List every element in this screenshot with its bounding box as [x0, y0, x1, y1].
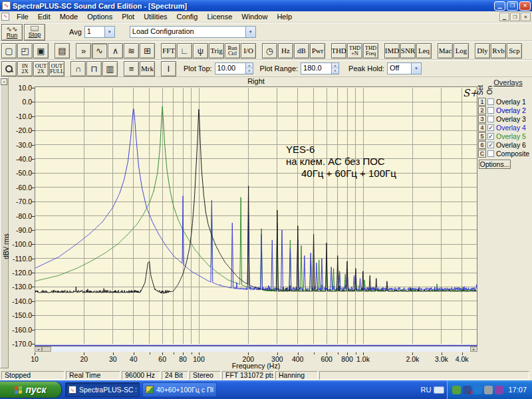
hz-units-button[interactable]: Hz	[278, 43, 293, 59]
delay-button[interactable]: Dly	[475, 43, 490, 59]
overlay-set-5-button[interactable]: 5	[478, 132, 486, 140]
marker-button[interactable]: Mrk	[140, 61, 155, 76]
menu-mode[interactable]: Mode	[55, 12, 83, 21]
leq-button[interactable]: Leq	[416, 43, 432, 59]
mdi-restore-button[interactable]: ❐	[510, 13, 520, 21]
tray-icon-antivirus[interactable]	[495, 386, 503, 394]
app-icon[interactable]: ∿	[2, 1, 11, 10]
avg-dropdown-icon[interactable]: ▼	[104, 27, 114, 37]
overlay-c-checkbox[interactable]	[487, 150, 494, 157]
overlay-set-1-button[interactable]: 1	[478, 98, 486, 106]
snr-button[interactable]: SNR	[400, 43, 416, 59]
run-control-button[interactable]: Run Ctrl	[225, 43, 240, 59]
close-button[interactable]: ✕	[519, 1, 531, 11]
plot-range-input[interactable]: 180.0 ▲ ▼	[301, 63, 339, 74]
spectrum-view-button[interactable]: ∿	[92, 43, 107, 59]
start-button[interactable]: пуск	[0, 382, 61, 398]
power-units-button[interactable]: Pwr	[310, 43, 325, 59]
load-config-dropdown-icon[interactable]: ▼	[245, 27, 255, 37]
fft-settings-button[interactable]: FFT	[161, 43, 176, 59]
overlay-2-checkbox[interactable]	[487, 107, 494, 114]
spectrogram-view-button[interactable]: ⊞	[140, 43, 155, 59]
bar-plot-button[interactable]: ▥	[102, 61, 118, 76]
language-indicator[interactable]: RU	[421, 386, 432, 394]
restore-button[interactable]: ❐	[507, 1, 518, 11]
menu-options[interactable]: Options	[82, 12, 117, 21]
menu-edit[interactable]: Edit	[33, 12, 55, 21]
scroll-left-icon[interactable]: ◂	[35, 346, 42, 352]
mdi-close-button[interactable]: ✕	[521, 13, 531, 21]
zoom-out-2x-button[interactable]: OUT 2X	[33, 61, 49, 76]
zoom-in-2x-button[interactable]: IN 2X	[17, 61, 33, 76]
menu-window[interactable]: Window	[237, 12, 272, 21]
menu-file[interactable]: File	[12, 12, 33, 21]
overlay-4-checkbox[interactable]: ✓	[487, 124, 494, 131]
db-units-button[interactable]: dB	[294, 43, 309, 59]
spectrum-window-icon[interactable]: ∿	[1, 13, 9, 21]
reverb-button[interactable]: Rvb	[491, 43, 506, 59]
imd-button[interactable]: IMD	[384, 43, 400, 59]
trigger-button[interactable]: Trig	[209, 43, 224, 59]
plot-range-spin-up-icon[interactable]: ▲	[332, 63, 338, 68]
taskbar-task-2[interactable]: 40+60+100Гц с ПОС...	[142, 382, 217, 397]
scrollbar-track[interactable]	[51, 346, 470, 352]
phase-view-button[interactable]: ∧	[108, 43, 123, 59]
overlay-set-4-button[interactable]: 4	[478, 124, 486, 132]
plot-collapse-button[interactable]: ▪	[1, 78, 7, 85]
menu-utilities[interactable]: Utilities	[139, 12, 172, 21]
overlay-set-c-button[interactable]: C	[478, 150, 486, 158]
plot-top-input[interactable]: 10.00 ▲ ▼	[215, 63, 253, 74]
surface-view-button[interactable]: ≋	[124, 43, 139, 59]
overlays-options-button[interactable]: Options...	[479, 160, 511, 169]
overlay-set-6-button[interactable]: 6	[478, 141, 486, 149]
macro-button[interactable]: Mac	[438, 43, 453, 59]
plot-range-spin-down-icon[interactable]: ▼	[332, 68, 338, 74]
menu-plot[interactable]: Plot	[117, 12, 139, 21]
overlay-6-checkbox[interactable]: ✓	[487, 142, 494, 148]
open-file-button[interactable]: ◰	[17, 43, 33, 59]
input-device-button[interactable]: ψ	[193, 43, 208, 59]
plot-top-spin-up-icon[interactable]: ▲	[246, 63, 253, 68]
save-file-button[interactable]: ▣	[33, 43, 49, 59]
load-configuration-select[interactable]: Load Configuration ▼	[130, 26, 256, 38]
spectrum-plot[interactable]: YES-6 на клем. АС без ПОС 40Гц + 60Гц + …	[35, 86, 477, 346]
mdi-minimize-button[interactable]: ▁	[499, 13, 509, 21]
run-button[interactable]: ∿∿ Run	[1, 24, 23, 41]
tray-icon-browser[interactable]	[473, 386, 482, 394]
peak-hold-dropdown-icon[interactable]: ▼	[411, 63, 421, 74]
scroll-right-icon[interactable]: ▸	[470, 346, 477, 352]
line-plot-button[interactable]: ∩	[70, 61, 86, 76]
overlay-3-checkbox[interactable]	[487, 116, 494, 122]
scope-button[interactable]: Scp	[507, 43, 522, 59]
keyboard-icon[interactable]	[434, 386, 444, 394]
overlay-set-3-button[interactable]: 3	[478, 115, 486, 123]
overlay-5-checkbox[interactable]: ✓	[487, 133, 494, 140]
tray-icon-green-utility[interactable]	[452, 386, 461, 394]
new-file-button[interactable]: ▢	[1, 43, 17, 59]
time-series-button[interactable]: »	[76, 43, 91, 59]
overlay-set-2-button[interactable]: 2	[478, 106, 486, 114]
timer-button[interactable]: ◷	[262, 43, 277, 59]
print-button[interactable]: ▤	[55, 43, 70, 59]
zoom-button[interactable]	[1, 61, 17, 76]
peak-hold-select[interactable]: Off ▼	[387, 63, 422, 74]
stepped-plot-button[interactable]: ⊓	[86, 61, 102, 76]
plot-top-spin-down-icon[interactable]: ▼	[246, 68, 253, 74]
taskbar-task-1[interactable]: ∿SpectraPLUS-SC Sou...	[65, 382, 140, 397]
thd-freq-button[interactable]: THD Freq	[363, 43, 378, 59]
thd-n-button[interactable]: THD +N	[347, 43, 362, 59]
tray-icon-disconnected[interactable]: ✕	[463, 386, 471, 394]
avg-select[interactable]: 1 ▼	[84, 26, 115, 38]
plot-horizontal-scrollbar[interactable]: ◂ ▸	[35, 346, 477, 352]
io-button[interactable]: I/O	[241, 43, 256, 59]
scaling-button[interactable]: ∟	[177, 43, 192, 59]
tray-icon-volume[interactable]	[484, 386, 493, 394]
menu-license[interactable]: License	[202, 12, 237, 21]
zoom-out-full-button[interactable]: OUT FULL	[49, 61, 65, 76]
menu-config[interactable]: Config	[172, 12, 203, 21]
legend-button[interactable]: ≡	[124, 61, 139, 76]
minimize-button[interactable]: ▁	[494, 1, 505, 11]
thd-button[interactable]: THD	[331, 43, 346, 59]
scrollbar-thumb[interactable]	[42, 346, 51, 352]
stop-button[interactable]: Stop	[24, 24, 45, 41]
